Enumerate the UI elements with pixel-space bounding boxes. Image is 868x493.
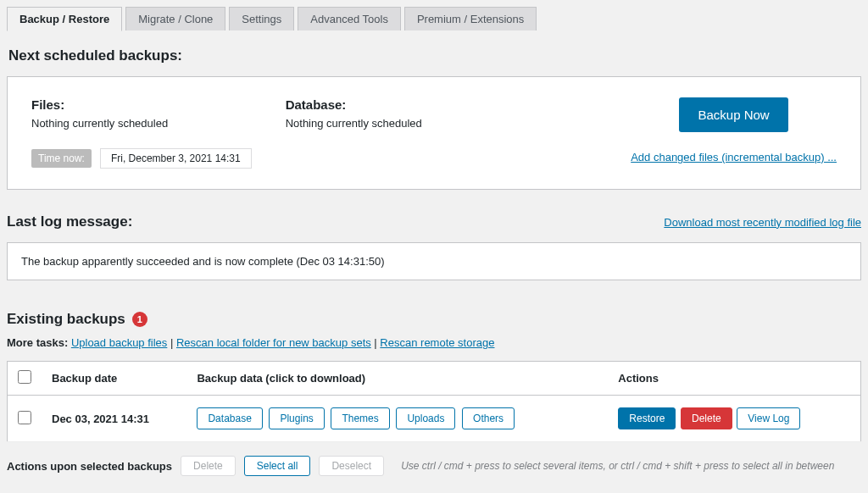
bulk-actions-row: Actions upon selected backups Delete Sel… bbox=[7, 456, 861, 476]
col-backup-data: Backup data (click to download) bbox=[186, 362, 608, 396]
backup-count-badge: 1 bbox=[132, 312, 147, 327]
tab-backup-restore[interactable]: Backup / Restore bbox=[7, 7, 122, 31]
download-log-link[interactable]: Download most recently modified log file bbox=[664, 216, 861, 229]
next-scheduled-panel: Files: Nothing currently scheduled Time … bbox=[7, 76, 861, 190]
bulk-label: Actions upon selected backups bbox=[7, 460, 172, 473]
tab-migrate-clone[interactable]: Migrate / Clone bbox=[125, 7, 225, 30]
bulk-select-all-button[interactable]: Select all bbox=[244, 456, 311, 476]
files-title: Files: bbox=[31, 97, 252, 112]
actions-cell: Restore Delete View Log bbox=[608, 396, 860, 442]
download-themes-button[interactable]: Themes bbox=[331, 407, 389, 429]
row-checkbox[interactable] bbox=[18, 411, 31, 424]
files-status: Nothing currently scheduled bbox=[31, 117, 252, 130]
bulk-deselect-button[interactable]: Deselect bbox=[319, 456, 384, 476]
tab-advanced-tools[interactable]: Advanced Tools bbox=[298, 7, 401, 30]
select-all-checkbox[interactable] bbox=[18, 370, 31, 384]
database-column: Database: Nothing currently scheduled bbox=[286, 97, 455, 130]
col-backup-date: Backup date bbox=[42, 362, 186, 396]
database-title: Database: bbox=[286, 97, 455, 112]
download-plugins-button[interactable]: Plugins bbox=[269, 407, 324, 429]
existing-backups-heading: Existing backups bbox=[7, 311, 125, 328]
tab-settings[interactable]: Settings bbox=[229, 7, 294, 30]
last-log-heading: Last log message: bbox=[7, 213, 132, 230]
view-log-button[interactable]: View Log bbox=[737, 407, 800, 429]
incremental-backup-link[interactable]: Add changed files (incremental backup) .… bbox=[631, 151, 837, 163]
download-uploads-button[interactable]: Uploads bbox=[396, 407, 455, 429]
files-column: Files: Nothing currently scheduled Time … bbox=[31, 97, 252, 169]
tab-premium-extensions[interactable]: Premium / Extensions bbox=[404, 7, 537, 30]
upload-backup-files-link[interactable]: Upload backup files bbox=[71, 336, 167, 349]
restore-button[interactable]: Restore bbox=[618, 407, 676, 429]
backup-now-button[interactable]: Backup Now bbox=[679, 97, 787, 132]
rescan-remote-link[interactable]: Rescan remote storage bbox=[380, 336, 494, 349]
rescan-local-link[interactable]: Rescan local folder for new backup sets bbox=[176, 336, 371, 349]
backup-actions: Backup Now Add changed files (incrementa… bbox=[631, 97, 837, 163]
more-tasks-prefix: More tasks: bbox=[7, 336, 68, 349]
delete-button[interactable]: Delete bbox=[681, 407, 732, 429]
time-now-label: Time now: bbox=[31, 149, 92, 168]
time-now-value: Fri, December 3, 2021 14:31 bbox=[100, 148, 252, 169]
more-tasks-line: More tasks: Upload backup files | Rescan… bbox=[7, 336, 861, 349]
bulk-delete-button[interactable]: Delete bbox=[181, 456, 236, 476]
database-status: Nothing currently scheduled bbox=[286, 117, 455, 130]
backup-date-cell: Dec 03, 2021 14:31 bbox=[42, 396, 186, 442]
download-database-button[interactable]: Database bbox=[197, 407, 262, 429]
bulk-hint-text: Use ctrl / cmd + press to select several… bbox=[401, 460, 834, 472]
col-actions: Actions bbox=[608, 362, 860, 396]
backup-table: Backup date Backup data (click to downlo… bbox=[7, 361, 861, 442]
next-scheduled-heading: Next scheduled backups: bbox=[8, 47, 861, 64]
log-message-text: The backup apparently succeeded and is n… bbox=[7, 242, 861, 280]
tab-bar: Backup / Restore Migrate / Clone Setting… bbox=[7, 7, 861, 30]
download-others-button[interactable]: Others bbox=[462, 407, 515, 429]
table-row: Dec 03, 2021 14:31 Database Plugins Them… bbox=[8, 396, 861, 442]
backup-data-cell: Database Plugins Themes Uploads Others bbox=[186, 396, 608, 442]
